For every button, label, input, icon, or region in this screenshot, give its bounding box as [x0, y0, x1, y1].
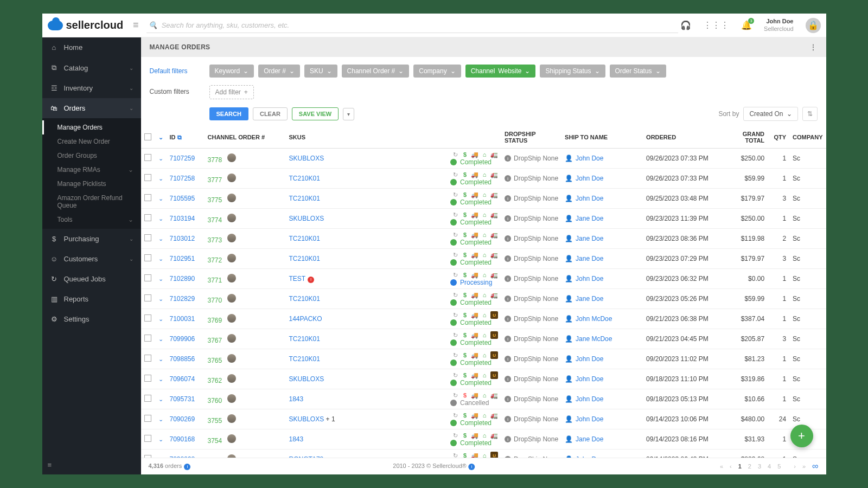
user-menu[interactable]: John Doe Sellercloud [764, 18, 793, 32]
subnav-amazon-order-refund-queue[interactable]: Amazon Order Refund Queue [42, 191, 141, 213]
expand-row-icon[interactable]: ⌄ [158, 255, 163, 262]
page-4[interactable]: 4 [768, 463, 771, 470]
sku-link[interactable]: SKUBLOXS [289, 155, 324, 162]
menu-toggle-icon[interactable]: ≡ [133, 20, 139, 31]
col-qty[interactable]: QTY [774, 134, 786, 140]
subnav-tools[interactable]: Tools ⌄ [42, 213, 141, 227]
nav-purchasing[interactable]: $Purchasing⌄ [42, 229, 141, 249]
order-id-link[interactable]: 7102951 [170, 255, 195, 262]
global-search[interactable]: 🔍 Search for anything, sku, customers, e… [146, 18, 678, 33]
order-id-link[interactable]: 7090168 [170, 435, 195, 443]
page-last-icon[interactable]: » [802, 463, 806, 470]
expand-row-icon[interactable]: ⌄ [158, 336, 163, 342]
shipto-link[interactable]: Jane Doe [576, 255, 603, 262]
order-id-link[interactable]: 7105595 [170, 195, 195, 202]
sku-link[interactable]: TC210K01 [289, 295, 320, 303]
expand-row-icon[interactable]: ⌄ [158, 436, 163, 442]
row-checkbox[interactable] [144, 415, 151, 422]
copy-icon[interactable]: ⧉ [177, 134, 182, 140]
logo[interactable]: sellercloud [48, 19, 124, 31]
sku-link[interactable]: TC210K01 [289, 175, 320, 182]
row-checkbox[interactable] [144, 274, 151, 281]
subnav-order-groups[interactable]: Order Groups [42, 149, 141, 163]
sku-link[interactable]: TC210K01 [289, 355, 320, 363]
col-company[interactable]: COMPANY [793, 134, 822, 140]
row-checkbox[interactable] [144, 294, 151, 301]
subnav-manage-orders[interactable]: Manage Orders [42, 120, 141, 134]
sku-link[interactable]: 1843 [289, 435, 304, 443]
order-id-link[interactable]: 7095731 [170, 395, 195, 403]
shipto-link[interactable]: Jane Doe [576, 235, 603, 242]
sort-select[interactable]: Created On ⌄ [743, 107, 797, 121]
sku-link[interactable]: TC210K01 [289, 235, 320, 242]
row-checkbox[interactable] [144, 335, 151, 342]
subnav-create-new-order[interactable]: Create New Order [42, 134, 141, 149]
sku-link[interactable]: SKUBLOXS [289, 415, 324, 423]
nav-reports[interactable]: ▥Reports [42, 289, 141, 309]
col-id[interactable]: ID [170, 134, 176, 140]
order-id-link[interactable]: 7090269 [170, 415, 195, 423]
nav-home[interactable]: ⌂Home [42, 37, 141, 57]
sku-link[interactable]: TC210K01 [289, 195, 320, 202]
shipto-link[interactable]: John Doe [576, 195, 603, 202]
select-all-checkbox[interactable] [144, 133, 151, 140]
filter-chip-order-status[interactable]: Order Status ⌄ [610, 65, 666, 78]
page-1[interactable]: 1 [738, 463, 742, 470]
expand-row-icon[interactable]: ⌄ [158, 416, 163, 422]
expand-row-icon[interactable]: ⌄ [158, 155, 163, 162]
sku-link[interactable]: SKUBLOXS [289, 375, 324, 383]
shipto-link[interactable]: John Doe [576, 175, 603, 182]
order-id-link[interactable]: 7102890 [170, 275, 195, 282]
expand-row-icon[interactable]: ⌄ [158, 195, 163, 202]
row-checkbox[interactable] [144, 234, 151, 241]
expand-row-icon[interactable]: ⌄ [158, 175, 163, 182]
page-2[interactable]: 2 [748, 463, 751, 470]
page-5[interactable]: 5 [777, 463, 781, 470]
filter-chip-order-[interactable]: Order # ⌄ [258, 65, 300, 78]
shipto-link[interactable]: Jane McDoe [576, 335, 612, 343]
row-checkbox[interactable] [144, 435, 151, 442]
add-filter-button[interactable]: Add filter+ [209, 85, 254, 99]
col-channel-order[interactable]: CHANNEL ORDER # [208, 134, 265, 140]
expand-all-icon[interactable]: ⌄ [158, 134, 163, 140]
filter-chip-keyword[interactable]: Keyword ⌄ [209, 65, 254, 78]
subnav-manage-rmas[interactable]: Manage RMAs ⌄ [42, 163, 141, 177]
order-id-link[interactable]: 7100031 [170, 315, 195, 323]
shipto-link[interactable]: John McDoe [576, 315, 612, 323]
expand-row-icon[interactable]: ⌄ [158, 316, 163, 322]
filter-chip-shipping-status[interactable]: Shipping Status ⌄ [540, 65, 605, 78]
page-first-icon[interactable]: « [720, 463, 723, 470]
shipto-link[interactable]: John Doe [576, 395, 603, 403]
order-id-link[interactable]: 7107259 [170, 155, 195, 162]
order-id-link[interactable]: 7098856 [170, 355, 195, 363]
save-view-dropdown[interactable]: ▾ [343, 108, 354, 120]
expand-row-icon[interactable]: ⌄ [158, 215, 163, 222]
filter-chip-sku[interactable]: SKU ⌄ [304, 65, 337, 78]
expand-row-icon[interactable]: ⌄ [158, 235, 163, 242]
search-button[interactable]: SEARCH [209, 107, 248, 120]
expand-row-icon[interactable]: ⌄ [158, 356, 163, 362]
sku-link[interactable]: TEST [289, 275, 306, 282]
nav-catalog[interactable]: ⧉Catalog⌄ [42, 57, 141, 78]
order-id-link[interactable]: 7103012 [170, 235, 195, 242]
fab-add-button[interactable]: + [790, 425, 813, 447]
filter-chip-channel-order-[interactable]: Channel Order # ⌄ [342, 65, 410, 78]
nav-settings[interactable]: ⚙Settings [42, 309, 141, 329]
expand-row-icon[interactable]: ⌄ [158, 296, 163, 302]
row-checkbox[interactable] [144, 174, 151, 181]
sku-link[interactable]: TC210K01 [289, 335, 320, 343]
nav-queued-jobs[interactable]: ↻Queued Jobs [42, 269, 141, 289]
shipto-link[interactable]: John Doe [576, 415, 603, 423]
shipto-link[interactable]: John Doe [576, 155, 603, 162]
shipto-link[interactable]: John Doe [576, 275, 603, 282]
row-checkbox[interactable] [144, 375, 151, 382]
nav-customers[interactable]: ☺Customers⌄ [42, 249, 141, 269]
sku-link[interactable]: 144PACKO [289, 315, 322, 323]
col-skus[interactable]: SKUS [289, 134, 306, 140]
shipto-link[interactable]: Jane Doe [576, 215, 603, 222]
row-checkbox[interactable] [144, 154, 151, 161]
expand-row-icon[interactable]: ⌄ [158, 376, 163, 382]
row-checkbox[interactable] [144, 395, 151, 402]
infinite-scroll-icon[interactable]: ∞ [812, 461, 818, 471]
sku-link[interactable]: TC210K01 [289, 255, 320, 262]
